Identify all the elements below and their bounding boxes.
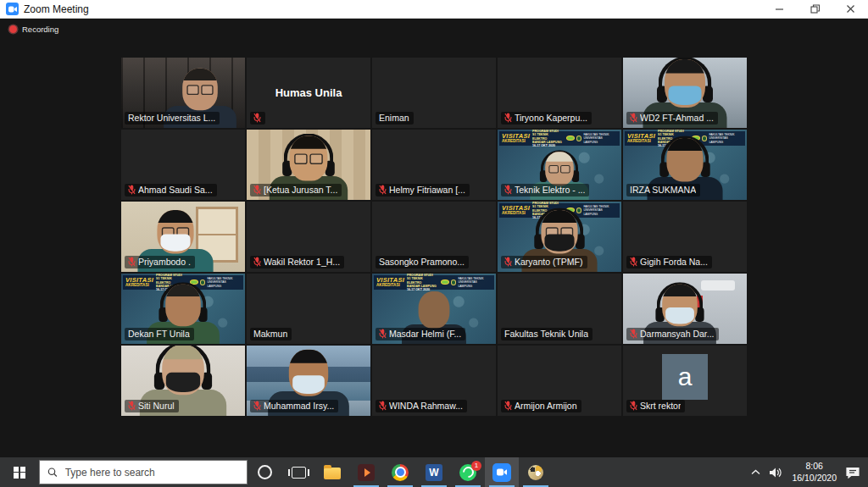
close-button[interactable] bbox=[832, 0, 868, 18]
participant-name-label: Gigih Forda Na... bbox=[626, 256, 712, 268]
participant-tile[interactable]: Makmun bbox=[247, 274, 370, 344]
recording-indicator[interactable]: Recording bbox=[9, 25, 58, 34]
task-view-button[interactable] bbox=[281, 457, 315, 487]
participant-name: [Ketua Jurusan T... bbox=[264, 185, 337, 195]
participant-name-label: Muhammad Irsy... bbox=[250, 400, 338, 412]
participant-tile[interactable]: Eniman bbox=[372, 58, 496, 128]
minimize-button[interactable] bbox=[761, 0, 797, 18]
muted-mic-icon bbox=[128, 401, 136, 411]
folder-icon bbox=[324, 468, 341, 479]
muted-mic-icon bbox=[128, 257, 136, 267]
participants-grid: Rektor Universitas L... Humas Unila Enim… bbox=[121, 58, 747, 416]
participant-tile[interactable]: Siti Nurul bbox=[121, 346, 245, 416]
participant-name: Tiryono Kaperpu... bbox=[515, 113, 587, 123]
media-player-button[interactable] bbox=[349, 457, 383, 487]
participant-name-label: Darmansyah Dar... bbox=[626, 328, 719, 340]
participant-avatar: a bbox=[662, 354, 708, 400]
participant-tile[interactable]: VISITASIAKREDITASI PROGRAM STUDIS1 TEKNI… bbox=[372, 274, 496, 344]
participant-name-label: Dekan FT Unila bbox=[125, 328, 194, 340]
participant-name-label: Eniman bbox=[376, 112, 414, 125]
participant-tile-active-speaker[interactable]: VISITASIAKREDITASI PROGRAM STUDIS1 TEKNI… bbox=[121, 274, 245, 344]
participant-name-label: [Ketua Jurusan T... bbox=[250, 184, 342, 196]
participant-tile[interactable]: VISITASIAKREDITASI PROGRAM STUDIS1 TEKNI… bbox=[498, 202, 621, 272]
participant-tile[interactable]: Priyambodo . bbox=[121, 202, 245, 272]
participant-tile[interactable]: WINDA Rahmaw... bbox=[372, 346, 496, 416]
whatsapp-button[interactable]: 1 bbox=[451, 457, 485, 487]
zoom-taskbar-button[interactable] bbox=[485, 457, 519, 487]
file-explorer-button[interactable] bbox=[315, 457, 349, 487]
recording-dot-icon bbox=[9, 25, 17, 33]
participant-name-label: Wakil Rektor 1_H... bbox=[250, 256, 344, 268]
taskbar-search[interactable] bbox=[39, 460, 248, 484]
participant-name: Dekan FT Unila bbox=[128, 329, 190, 339]
word-button[interactable]: W bbox=[417, 457, 451, 487]
windows-taskbar: W 1 8:06 16/10/2020 bbox=[0, 457, 868, 487]
participant-tile[interactable]: Darmansyah Dar... bbox=[623, 274, 747, 344]
participant-name: Darmansyah Dar... bbox=[640, 329, 715, 339]
cortana-icon bbox=[258, 465, 272, 479]
participant-tile[interactable]: Muhammad Irsy... bbox=[247, 346, 370, 416]
accreditation-logo bbox=[566, 136, 575, 141]
participant-tile[interactable]: Rektor Universitas L... bbox=[121, 58, 245, 128]
cortana-button[interactable] bbox=[248, 457, 281, 487]
recording-label: Recording bbox=[22, 25, 58, 34]
media-player-icon bbox=[358, 464, 375, 481]
participant-tile[interactable]: WD2 FT-Ahmad ... bbox=[623, 58, 747, 128]
restore-button[interactable] bbox=[797, 0, 832, 18]
participant-name-label: Sasongko Pramono... bbox=[376, 256, 469, 268]
muted-mic-icon bbox=[504, 185, 512, 195]
participant-name: Fakultas Teknik Unila bbox=[504, 329, 588, 339]
participant-tile[interactable]: Gigih Forda Na... bbox=[623, 202, 747, 272]
participant-tile[interactable]: Sasongko Pramono... bbox=[372, 202, 496, 272]
participant-name: Masdar Helmi (F... bbox=[389, 329, 461, 339]
participant-tile[interactable]: Humas Unila bbox=[247, 58, 370, 128]
participant-name: Makmun bbox=[253, 329, 287, 339]
participant-name-label: WINDA Rahmaw... bbox=[376, 400, 467, 412]
participant-name-label: Ahmad Saudi Sa... bbox=[125, 184, 217, 196]
window-title: Zoom Meeting bbox=[24, 3, 89, 15]
participant-name-label: Armijon Armijon bbox=[501, 400, 581, 412]
volume-icon[interactable] bbox=[770, 468, 782, 478]
muted-mic-icon bbox=[630, 257, 637, 267]
participant-tile[interactable]: Ahmad Saudi Sa... bbox=[121, 130, 245, 200]
participant-tile[interactable]: Wakil Rektor 1_H... bbox=[247, 202, 370, 272]
chrome-button[interactable] bbox=[383, 457, 417, 487]
start-button[interactable] bbox=[0, 457, 39, 487]
participant-name: Sasongko Pramono... bbox=[379, 257, 465, 267]
participant-tile[interactable]: Armijon Armijon bbox=[498, 346, 621, 416]
participant-name: Rektor Universitas L... bbox=[128, 113, 215, 123]
participant-tile[interactable]: Helmy Fitriawan [... bbox=[372, 130, 496, 200]
notification-badge: 1 bbox=[471, 461, 481, 471]
participant-name: Gigih Forda Na... bbox=[640, 257, 708, 267]
action-center-icon[interactable] bbox=[846, 467, 860, 479]
participant-name-label: Karyanto (TPMF) bbox=[501, 256, 587, 268]
muted-mic-icon bbox=[253, 257, 261, 267]
participant-tile[interactable]: Fakultas Teknik Unila bbox=[498, 274, 621, 344]
participant-tile[interactable]: Tiryono Kaperpu... bbox=[498, 58, 621, 128]
meeting-canvas: Recording Rektor Universitas L... Humas … bbox=[0, 19, 868, 457]
participant-name: Karyanto (TPMF) bbox=[515, 257, 583, 267]
participant-tile[interactable]: VISITASIAKREDITASI PROGRAM STUDIS1 TEKNI… bbox=[623, 130, 747, 200]
tray-clock[interactable]: 8:06 16/10/2020 bbox=[792, 461, 837, 483]
participant-name: Teknik Elektro - ... bbox=[515, 185, 585, 195]
tray-chevron-icon[interactable] bbox=[751, 469, 760, 475]
zoom-camera-icon bbox=[492, 463, 511, 482]
participant-tile[interactable]: VISITASIAKREDITASI PROGRAM STUDIS1 TEKNI… bbox=[498, 130, 621, 200]
muted-mic-icon bbox=[128, 185, 136, 195]
tray-time: 8:06 bbox=[792, 461, 837, 472]
university-logo bbox=[576, 136, 582, 141]
participant-name-label: IRZA SUKMANA bbox=[626, 184, 700, 196]
muted-mic-icon bbox=[504, 257, 512, 267]
participant-name: Eniman bbox=[379, 113, 409, 123]
participant-name-label: Skrt rektor bbox=[626, 400, 685, 412]
muted-mic-icon bbox=[630, 113, 637, 123]
participant-tile[interactable]: [Ketua Jurusan T... bbox=[247, 130, 370, 200]
participant-tile[interactable]: a Skrt rektor bbox=[623, 346, 747, 416]
windows-logo-icon bbox=[14, 467, 25, 479]
participant-name: Muhammad Irsy... bbox=[264, 401, 334, 411]
muted-mic-icon bbox=[379, 401, 387, 411]
search-input[interactable] bbox=[64, 466, 239, 479]
participant-name: Priyambodo . bbox=[138, 257, 191, 267]
visitasi-banner: VISITASIAKREDITASI PROGRAM STUDIS1 TEKNI… bbox=[499, 131, 620, 146]
colorful-app-button[interactable] bbox=[519, 457, 553, 487]
